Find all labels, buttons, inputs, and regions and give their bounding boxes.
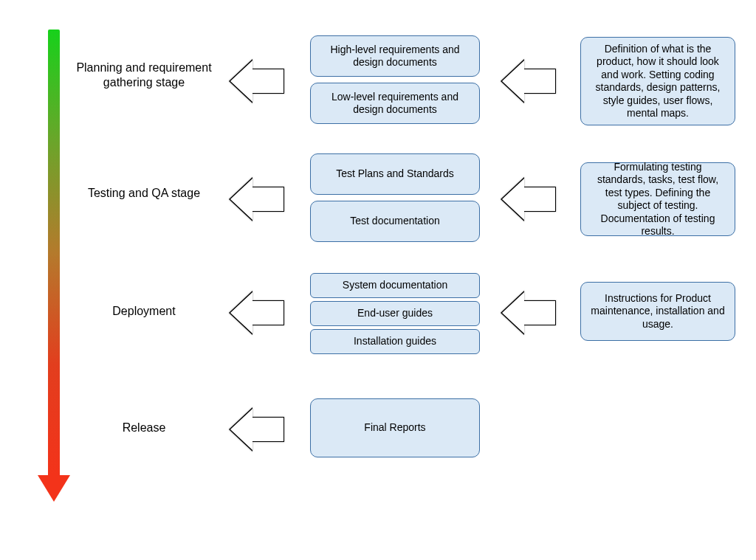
arrow-head-icon [502, 179, 524, 220]
stage-label-release: Release [74, 421, 214, 435]
arrow-shaft [523, 187, 556, 212]
arrow-shaft [252, 417, 284, 442]
arrow-shaft [523, 69, 556, 94]
arrow-left-deployment-1 [230, 292, 284, 333]
arrow-head-icon [230, 292, 252, 333]
arrow-shaft [523, 300, 556, 325]
stage-label-testing: Testing and QA stage [74, 186, 214, 201]
box-install-guides: Installation guides [310, 329, 480, 354]
box-low-level-req: Low-level requirements and design docume… [310, 83, 480, 124]
arrow-left-release [230, 409, 284, 450]
desc-planning: Definition of what is the product, how i… [580, 37, 735, 125]
arrow-shaft [252, 69, 284, 94]
timeline-shaft [48, 30, 60, 476]
box-test-docs: Test documentation [310, 201, 480, 242]
desc-deployment: Instructions for Product maintenance, in… [580, 282, 735, 341]
stage-label-planning: Planning and requirement gathering stage [74, 61, 214, 90]
arrow-head-icon [502, 292, 524, 333]
arrow-head-icon [230, 179, 252, 220]
arrow-head-icon [502, 61, 524, 102]
arrow-left-testing-2 [502, 179, 556, 220]
arrow-head-icon [230, 409, 252, 450]
timeline-arrowhead [38, 475, 70, 502]
box-system-docs: System documentation [310, 273, 480, 298]
box-test-plans: Test Plans and Standards [310, 153, 480, 195]
arrow-shaft [252, 187, 284, 212]
arrow-left-planning-1 [230, 61, 284, 102]
box-final-reports: Final Reports [310, 398, 480, 457]
arrow-left-deployment-2 [502, 292, 556, 333]
desc-testing: Formulating testing standards, tasks, te… [580, 162, 735, 236]
arrow-shaft [252, 300, 284, 325]
arrow-left-planning-2 [502, 61, 556, 102]
arrow-left-testing-1 [230, 179, 284, 220]
box-high-level-req: High-level requirements and design docum… [310, 35, 480, 77]
stage-label-deployment: Deployment [74, 304, 214, 319]
box-user-guides: End-user guides [310, 301, 480, 326]
arrow-head-icon [230, 61, 252, 102]
timeline-arrow [46, 30, 62, 502]
